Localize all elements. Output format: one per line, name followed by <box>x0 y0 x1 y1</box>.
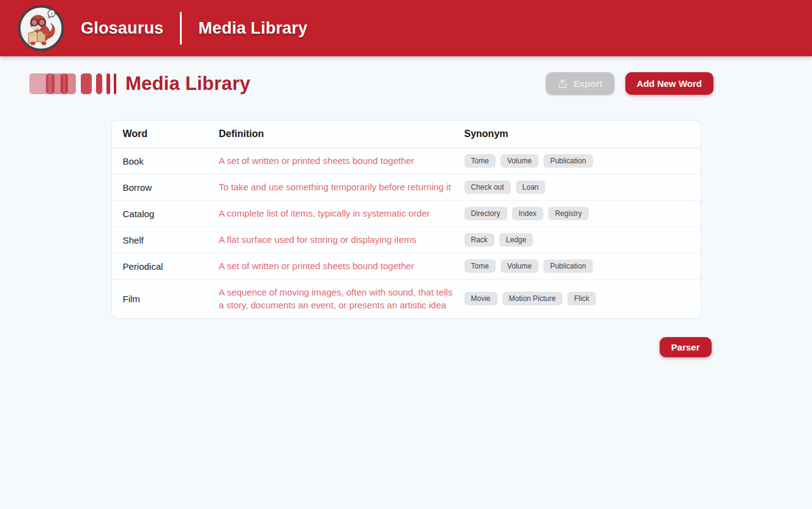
dino-logo-svg: i <box>17 4 65 52</box>
synonym-cell: Check outLoan <box>464 174 701 200</box>
definition-cell: A flat surface used for storing or displ… <box>219 227 464 252</box>
synonym-cell: TomeVolumePublication <box>464 253 701 279</box>
definition-cell: A sequence of moving images, often with … <box>219 280 464 318</box>
main-content: Media Library Export Add New Word Word D… <box>0 72 812 357</box>
glossary-table: Word Definition Synonym BookA set of wri… <box>111 120 701 319</box>
column-header-synonym: Synonym <box>464 121 701 147</box>
page-title: Media Library <box>125 73 250 95</box>
glosaurus-dino-logo-icon[interactable]: i <box>17 4 65 52</box>
synonym-cell: RackLedge <box>464 227 701 253</box>
export-button[interactable]: Export <box>546 72 614 95</box>
table-row: BorrowTo take and use something temporar… <box>112 174 701 201</box>
word-cell: Borrow <box>123 176 219 199</box>
synonym-tag: Publication <box>543 154 593 168</box>
export-button-label: Export <box>573 78 603 89</box>
synonym-tag: Tome <box>464 154 496 168</box>
synonym-tag: Flick <box>567 292 596 305</box>
definition-cell: A set of written or printed sheets bound… <box>219 148 464 173</box>
synonym-tag: Directory <box>464 207 507 220</box>
soundwave-decoration-icon <box>29 73 116 94</box>
word-cell: Book <box>123 150 219 173</box>
table-row: CatalogA complete list of items, typical… <box>112 201 701 227</box>
synonym-tag: Volume <box>501 154 538 168</box>
app-header: i Glosaurus Media Library <box>0 0 812 56</box>
definition-cell: A complete list of items, typically in s… <box>219 201 464 226</box>
synonym-tag: Check out <box>464 180 511 194</box>
word-cell: Periodical <box>123 255 219 278</box>
synonym-tag: Index <box>512 207 543 220</box>
table-row: BookA set of written or printed sheets b… <box>112 148 701 174</box>
definition-cell: A set of written or printed sheets bound… <box>219 253 464 278</box>
column-header-word: Word <box>123 121 219 147</box>
synonym-tag: Publication <box>543 259 593 273</box>
parser-row: Parser <box>101 337 712 357</box>
add-new-word-button[interactable]: Add New Word <box>625 72 713 95</box>
definition-cell: To take and use something temporarily be… <box>219 174 464 199</box>
column-header-definition: Definition <box>219 121 464 147</box>
word-cell: Shelf <box>123 229 219 251</box>
header-divider <box>180 12 182 45</box>
title-left: Media Library <box>29 73 250 95</box>
synonym-cell: MovieMotion PictureFlick <box>464 286 701 311</box>
synonym-tag: Motion Picture <box>502 292 563 305</box>
synonym-tag: Volume <box>501 259 538 273</box>
table-row: FilmA sequence of moving images, often w… <box>112 280 701 318</box>
synonym-tag: Ledge <box>499 233 533 247</box>
table-header-row: Word Definition Synonym <box>112 121 701 148</box>
table-row: PeriodicalA set of written or printed sh… <box>112 253 701 280</box>
synonym-tag: Movie <box>464 292 497 305</box>
brand-name: Glosaurus <box>81 19 163 38</box>
title-actions: Export Add New Word <box>546 72 713 95</box>
parser-button[interactable]: Parser <box>660 337 712 357</box>
synonym-tag: Tome <box>464 259 496 273</box>
synonym-tag: Loan <box>516 180 546 194</box>
upload-icon <box>557 78 568 89</box>
synonym-cell: TomeVolumePublication <box>464 148 701 174</box>
synonym-tag: Registry <box>548 207 589 220</box>
table-row: ShelfA flat surface used for storing or … <box>112 227 701 253</box>
word-cell: Catalog <box>123 202 219 225</box>
title-row: Media Library Export Add New Word <box>0 72 812 95</box>
word-cell: Film <box>123 288 219 310</box>
header-page-title: Media Library <box>198 19 307 38</box>
table-body: BookA set of written or printed sheets b… <box>112 148 701 318</box>
synonym-tag: Rack <box>464 233 494 247</box>
synonym-cell: DirectoryIndexRegistry <box>464 201 701 226</box>
